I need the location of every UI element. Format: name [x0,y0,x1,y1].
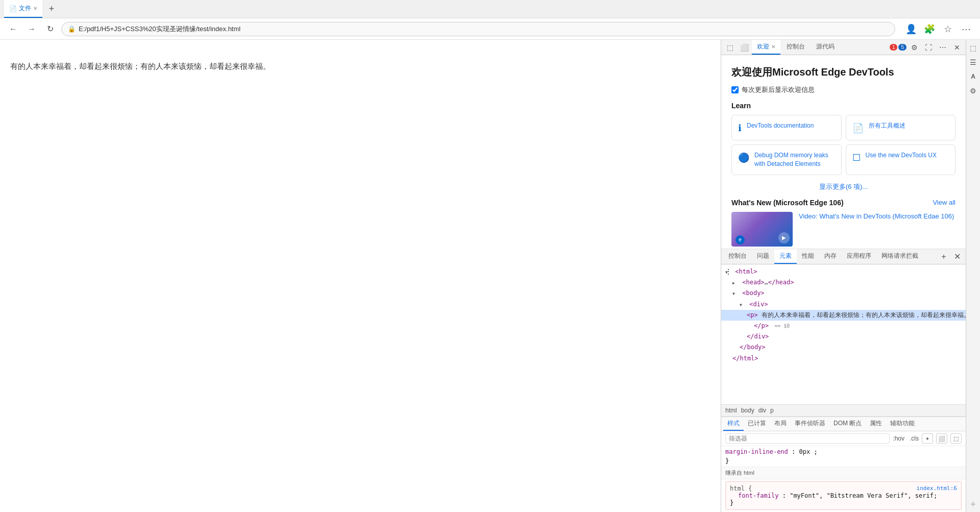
devtools-sources-top-tab[interactable]: 源代码 [811,40,840,55]
dom-line-div[interactable]: <div> [721,299,966,310]
tab-issues[interactable]: 问题 [752,249,774,264]
devtools-welcome-tab[interactable]: 欢迎 ✕ [752,40,780,55]
inherited-block: index.html:6 html { font-family : "myFon… [725,481,962,510]
style-filter-input[interactable] [725,433,890,444]
dom-line-head[interactable]: <head>…</head> [721,277,966,288]
dom-inspector: ⋮ <html> <head>…</head> <body> <div> <p>… [721,264,966,404]
add-tab-btn[interactable]: + [937,250,950,263]
dom-line-body[interactable]: <body> [721,288,966,299]
learn-card-3[interactable]: ☐ Use the new DevTools UX [846,144,956,175]
dom-div-close: </div> [747,333,769,340]
whats-new-thumbnail: ▶ e [731,212,793,247]
welcome-tab-label: 欢迎 [757,42,769,51]
edge-logo: e [736,235,745,245]
forward-btn[interactable]: → [24,22,39,36]
style-tab-dom-breakpoints[interactable]: DOM 断点 [829,417,866,431]
tab-console[interactable]: 控制台 [723,249,752,264]
css-colon: : [792,448,799,455]
sidebar-icon-inspect[interactable]: ⬚ [967,42,979,54]
style-tab-properties[interactable]: 属性 [866,417,886,431]
extensions-btn[interactable]: 🧩 [922,21,937,37]
breadcrumb-p[interactable]: p [770,407,774,414]
body-triangle[interactable] [732,288,739,298]
address-bar[interactable]: 🔒 [61,22,895,36]
sidebar-icon-plus[interactable]: + [970,499,976,510]
learn-card-3-icon: ☐ [852,152,861,163]
show-more-link[interactable]: 显示更多(6 项)... [731,182,955,191]
style-tab-computed[interactable]: 已计算 [744,417,770,431]
more-tools-icon[interactable]: ⋯ [936,41,949,54]
view-all-link[interactable]: View all [933,199,955,206]
dock-icon[interactable]: ⛶ [922,41,935,54]
tab-performance[interactable]: 性能 [797,249,819,264]
add-style-rule-btn[interactable]: + [922,433,933,444]
style-tab-accessibility[interactable]: 辅助功能 [886,417,919,431]
style-tab-styles[interactable]: 样式 [723,417,744,431]
dom-line-html[interactable]: ⋮ <html> [721,266,966,277]
dom-equals-sign: == $0 [774,323,790,329]
new-tab-btn[interactable]: + [44,2,59,16]
menu-btn[interactable]: ⋯ [959,21,974,37]
close-tab-btn[interactable]: ✕ [950,250,964,263]
profile-btn[interactable]: 👤 [903,21,919,37]
inspect-element-icon[interactable]: ⬚ [723,41,737,54]
back-btn[interactable]: ← [6,22,20,36]
sidebar-icon-layers[interactable]: ☰ [967,56,979,68]
breadcrumb-body[interactable]: body [741,407,754,414]
dom-line-p[interactable]: <p> 有的人本来幸福着，却看起来很烦恼；有的人本来该烦恼，却看起来很幸福。 [721,310,966,321]
style-action-btn-1[interactable]: ⬜ [936,433,947,444]
address-input[interactable] [79,25,889,33]
favorites-btn[interactable]: ☆ [940,21,955,37]
breadcrumb-div[interactable]: div [758,407,766,414]
dom-body-close: </body> [740,344,766,351]
learn-card-0[interactable]: ℹ DevTools documentation [731,115,842,140]
device-emulation-icon[interactable]: ⬜ [738,41,751,54]
welcome-tab-close[interactable]: ✕ [771,44,775,50]
head-triangle[interactable] [732,278,739,287]
filter-bar: :hov .cls + ⬜ ⬚ [721,431,966,446]
learn-card-1[interactable]: 📄 所有工具概述 [846,115,956,140]
show-welcome-checkbox[interactable] [731,86,739,93]
learn-card-2[interactable]: 🔵 Debug DOM memory leaks with Detached E… [731,144,842,175]
tab-elements[interactable]: 元素 [774,249,797,264]
style-tab-computed-label: 已计算 [748,419,766,428]
browser-tab-active[interactable]: 📄 文件 ✕ [4,0,42,18]
dom-p-text: 有的人本来幸福着，却看起来很烦恼；有的人本来该烦恼，却看起来很幸福。 [762,311,966,319]
breadcrumb-bar: html body div p [721,404,966,417]
tab-memory[interactable]: 内存 [819,249,842,264]
css-prop-margin-inline-end: margin-inline-end [725,448,788,455]
settings-icon[interactable]: ⚙ [908,41,921,54]
style-tab-layout[interactable]: 布局 [770,417,791,431]
inherited-prop-value: "myFont", "Bitstream Vera Serif", serif; [790,492,937,499]
inherited-header: 继承自 html [721,467,966,479]
style-tab-accessibility-label: 辅助功能 [890,419,915,428]
sources-top-tab-label: 源代码 [816,42,835,51]
dom-line-html-close[interactable]: </html> [721,353,966,364]
tab-network-intercept[interactable]: 网络请求拦截 [876,249,923,264]
page-text: 有的人本来幸福着，却看起来很烦恼；有的人本来该烦恼，却看起来很幸福。 [10,60,710,72]
devtools-console-top-tab[interactable]: 控制台 [781,40,810,55]
dom-line-p-close[interactable]: </p> == $0 [721,321,966,331]
breadcrumb-html[interactable]: html [725,407,737,414]
inherited-file-link[interactable]: index.html:6 [917,485,957,492]
css-val-margin-inline-end: 0px [799,448,811,455]
dom-body-tag: <body> [742,289,764,297]
refresh-btn[interactable]: ↻ [43,22,57,36]
close-devtools-icon[interactable]: ✕ [950,41,964,54]
dom-line-body-close[interactable]: </body> [721,342,966,353]
sidebar-icon-settings[interactable]: ⚙ [967,85,979,97]
style-tab-event-listeners[interactable]: 事件侦听器 [791,417,829,431]
div-triangle[interactable] [740,300,746,309]
html-more-btn[interactable]: ⋮ [725,267,731,277]
browser-tab-label: 文件 [19,4,31,13]
tab-close-btn[interactable]: ✕ [33,6,37,11]
tab-application[interactable]: 应用程序 [842,249,876,264]
inherited-colon: : [782,492,790,499]
style-action-btn-2[interactable]: ⬚ [950,433,962,444]
dom-line-div-close[interactable]: </div> [721,331,966,342]
welcome-overlay: 欢迎使用Microsoft Edge DevTools 每次更新后显示欢迎信息 … [721,55,966,249]
sidebar-icon-accessibility[interactable]: A [967,70,979,83]
learn-card-2-icon: 🔵 [738,152,749,163]
inherited-header-text: 继承自 html [725,470,754,476]
error-badge: 1 [890,44,898,51]
